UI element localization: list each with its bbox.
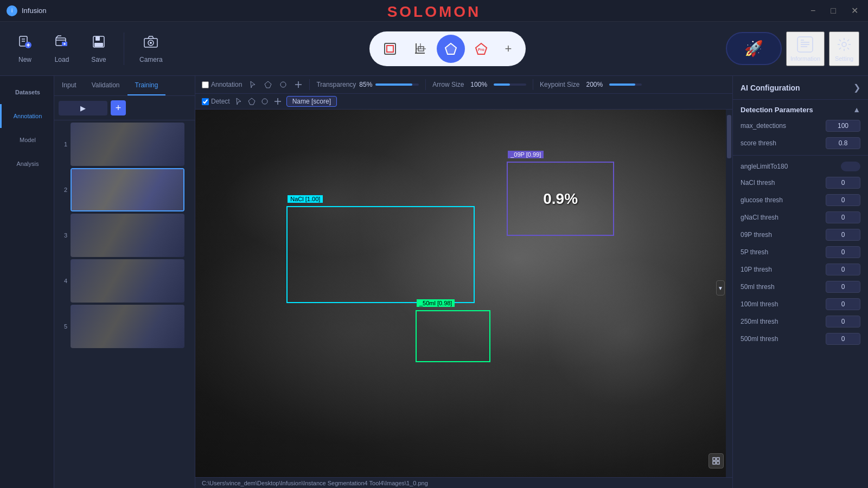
vertical-scroll-thumb[interactable]: [727, 115, 731, 158]
expand-button[interactable]: ▼: [716, 280, 725, 296]
angle-limit-toggle[interactable]: [841, 162, 860, 171]
polygon-outline-icon: [264, 80, 272, 89]
gnacl-thresh-label: gNaCl thresh: [741, 214, 778, 221]
tab-validation[interactable]: Validation: [84, 76, 127, 95]
arrow-icon: [248, 80, 257, 89]
tool-crop-button[interactable]: [406, 35, 435, 63]
detect-polygon-icon: [247, 97, 256, 106]
thumb-img-4[interactable]: [71, 259, 184, 303]
09p-thresh-row: 09P thresh: [733, 226, 868, 243]
svg-point-37: [262, 99, 267, 104]
detect-circle-icon: [260, 97, 269, 106]
thumb-img-2[interactable]: [71, 168, 184, 211]
fit-view-button[interactable]: [709, 453, 724, 468]
max-detections-input[interactable]: [826, 120, 860, 132]
annotation-checkbox-label[interactable]: Annotation: [202, 81, 242, 88]
svg-rect-42: [713, 461, 716, 464]
500ml-thresh-label: 500ml thresh: [741, 335, 778, 343]
nacl-thresh-row: NaCl thresh: [733, 174, 868, 191]
tool-bbox-button[interactable]: [376, 35, 404, 63]
100ml-thresh-input[interactable]: [826, 298, 860, 310]
transparency-value: 85%: [359, 81, 372, 88]
sidebar-item-model[interactable]: Model: [0, 128, 54, 152]
tool-tabs: Pro +: [369, 31, 526, 66]
detect-checkbox-label[interactable]: Detect: [202, 98, 230, 105]
arrow-size-slider[interactable]: [494, 84, 526, 86]
name-score-tag: Name [score]: [286, 96, 337, 107]
50ml-label: _50ml [0.98]: [417, 299, 455, 307]
detection-params-collapse-button[interactable]: ▲: [853, 105, 860, 114]
glucose-thresh-input[interactable]: [826, 194, 860, 206]
50ml-thresh-input[interactable]: [826, 281, 860, 293]
svg-point-31: [842, 42, 846, 47]
right-panel-collapse-button[interactable]: ❯: [853, 82, 860, 93]
09p-percent: 0.9%: [543, 190, 578, 208]
add-tool-button[interactable]: +: [497, 38, 519, 60]
new-button[interactable]: New: [9, 30, 41, 68]
svg-point-33: [280, 82, 286, 87]
canvas-main[interactable]: NaCl [1.00] _09P [0.99] 0.9% _50ml [0.98…: [195, 110, 732, 481]
500ml-thresh-input[interactable]: [826, 333, 860, 345]
run-button[interactable]: 🚀: [726, 32, 782, 65]
thumbnail-item-4[interactable]: 4: [56, 259, 193, 303]
information-button[interactable]: Information: [786, 31, 825, 66]
annotation-bar: ▶ +: [54, 96, 195, 120]
5p-thresh-input[interactable]: [826, 246, 860, 258]
toolbar-sep-3: [533, 79, 533, 90]
250ml-thresh-input[interactable]: [826, 316, 860, 328]
camera-label: Camera: [139, 56, 163, 63]
tool-polygon-button[interactable]: [437, 35, 465, 63]
add-annotation-button[interactable]: +: [111, 100, 126, 115]
thumbnail-item-1[interactable]: 1: [56, 123, 193, 166]
canvas-filepath: C:\Users\vince_dem\Desktop\Infusion\Inst…: [195, 477, 732, 488]
maximize-button[interactable]: □: [827, 4, 839, 17]
thumbnail-item-2[interactable]: 2: [56, 168, 193, 211]
play-button[interactable]: ▶: [59, 101, 107, 115]
sidebar-item-analysis[interactable]: Analysis: [0, 152, 54, 176]
load-button[interactable]: Load: [46, 30, 78, 68]
sidebar-item-annotation[interactable]: Annotation: [0, 104, 54, 128]
information-label: Information: [790, 55, 820, 62]
arrow-size-label: Arrow Size: [432, 81, 464, 88]
vertical-scrollbar[interactable]: [726, 110, 732, 481]
svg-rect-43: [717, 461, 719, 464]
keypoint-size-slider[interactable]: [609, 84, 642, 86]
nacl-thresh-input[interactable]: [826, 177, 860, 189]
annotation-checkbox[interactable]: [202, 81, 209, 88]
main-content: Datasets Annotation Model Analysis Input…: [0, 76, 868, 488]
detection-box-nacl: NaCl [1.00]: [286, 206, 475, 303]
thumb-num-3: 3: [56, 232, 67, 239]
sidebar-item-datasets[interactable]: Datasets: [0, 80, 54, 104]
settings-button[interactable]: Setting: [829, 31, 859, 66]
10p-thresh-row: 10P thresh: [733, 261, 868, 278]
tab-training[interactable]: Training: [127, 76, 166, 95]
tool-pro-button[interactable]: Pro: [467, 35, 495, 63]
gnacl-thresh-input[interactable]: [826, 211, 860, 223]
transparency-slider[interactable]: [375, 84, 419, 86]
250ml-thresh-label: 250ml thresh: [741, 318, 778, 325]
close-button[interactable]: ✕: [848, 4, 861, 17]
5p-thresh-label: 5P thresh: [741, 248, 768, 256]
thumb-img-3[interactable]: [71, 214, 184, 257]
thumbnail-item-3[interactable]: 3: [56, 214, 193, 257]
thumbnail-item-5[interactable]: 5: [56, 305, 193, 348]
thumb-img-1[interactable]: [71, 123, 184, 166]
09p-thresh-input[interactable]: [826, 229, 860, 241]
detection-params-header: Detection Parameters ▲: [733, 100, 868, 117]
new-label: New: [18, 56, 31, 63]
thumbnails-list: 1 2 3 4: [54, 120, 195, 488]
circle-outline-icon: [279, 80, 288, 89]
09p-inner: 0.9%: [508, 163, 613, 235]
score-thresh-row: score thresh: [733, 134, 868, 152]
tab-input[interactable]: Input: [54, 76, 84, 95]
camera-button[interactable]: Camera: [133, 30, 169, 68]
detect-checkbox[interactable]: [202, 98, 209, 105]
save-button[interactable]: Save: [82, 30, 115, 68]
thumb-img-5[interactable]: [71, 305, 184, 348]
10p-thresh-input[interactable]: [826, 264, 860, 275]
plus-icon: [294, 80, 303, 89]
glucose-thresh-row: glucose thresh: [733, 191, 868, 209]
minimize-button[interactable]: −: [807, 4, 819, 17]
nacl-label: NaCl [1.00]: [288, 195, 323, 203]
score-thresh-input[interactable]: [826, 137, 860, 149]
